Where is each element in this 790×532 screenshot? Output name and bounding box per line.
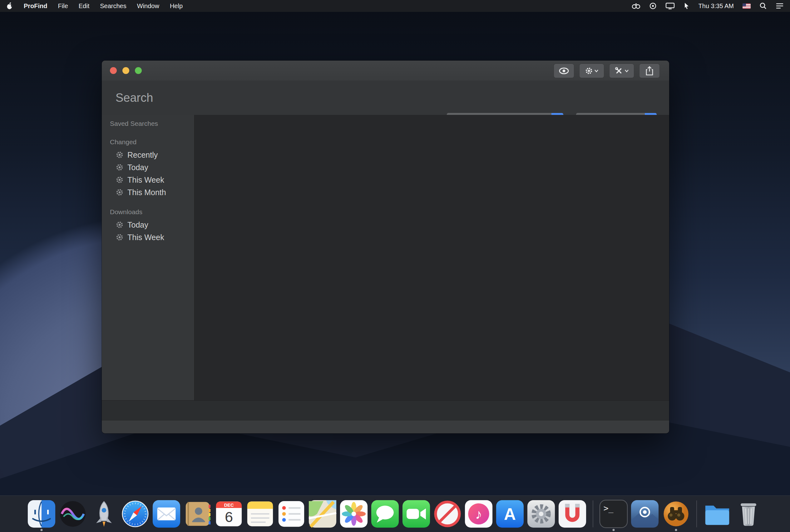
- search-header-row: Search in Home Add Criteria: [102, 80, 669, 115]
- dock-calendar[interactable]: DEC 6: [214, 499, 244, 529]
- mail-icon: [152, 499, 181, 529]
- dock-blocked-app[interactable]: [433, 499, 462, 529]
- saved-searches-header: Saved Searches: [102, 119, 194, 129]
- action-menu-button[interactable]: [579, 64, 604, 78]
- sidebar-item-label: This Month: [127, 188, 166, 197]
- close-button[interactable]: [110, 67, 117, 74]
- preview-toggle-button[interactable]: [553, 64, 574, 78]
- tools-menu-button[interactable]: [609, 64, 634, 78]
- menu-window[interactable]: Window: [137, 2, 159, 10]
- dock-itunes[interactable]: ♪: [464, 499, 493, 529]
- dock-system-preferences[interactable]: [526, 499, 556, 529]
- dock-screenshot-app[interactable]: [630, 499, 659, 529]
- profind-window: Search in Home Add Criteria Saved Search…: [102, 61, 669, 433]
- app-store-icon: A: [495, 499, 525, 529]
- sidebar-item-this-week-changed[interactable]: This Week: [102, 174, 194, 186]
- facetime-icon: [401, 499, 431, 529]
- dock-notes[interactable]: [245, 499, 275, 529]
- contacts-icon: [183, 499, 212, 529]
- status-circle-icon: [649, 2, 657, 10]
- apple-menu[interactable]: [6, 2, 13, 10]
- share-button[interactable]: [639, 64, 660, 78]
- menu-bar-status-area: Thu 3:35 AM: [632, 2, 784, 10]
- itunes-icon: ♪: [464, 499, 493, 529]
- terminal-icon: >_: [599, 499, 628, 529]
- sidebar-group-downloads: Downloads Today This Week: [102, 207, 194, 244]
- siri-icon: [58, 499, 88, 529]
- gear-icon: [115, 221, 124, 229]
- status-circle-menu-extra[interactable]: [649, 2, 657, 10]
- menu-clock[interactable]: Thu 3:35 AM: [698, 2, 734, 10]
- dock-safari[interactable]: [120, 499, 150, 529]
- search-icon: [759, 2, 767, 10]
- dock-contacts[interactable]: [183, 499, 212, 529]
- dock-magnet-app[interactable]: [558, 499, 587, 529]
- binoculars-menu-extra[interactable]: [632, 2, 640, 10]
- dock-photos[interactable]: [339, 499, 369, 529]
- dock-separator: [592, 500, 593, 527]
- list-icon: [776, 2, 784, 10]
- dock: DEC 6: [0, 495, 790, 532]
- dock-siri[interactable]: [58, 499, 88, 529]
- menu-edit[interactable]: Edit: [79, 2, 89, 10]
- group-label: Downloads: [102, 207, 194, 217]
- apple-logo-icon: [6, 2, 13, 10]
- system-preferences-gear-icon: [526, 499, 556, 529]
- notification-center-menu-extra[interactable]: [776, 2, 784, 10]
- dock-reminders[interactable]: [277, 499, 306, 529]
- dock-finder[interactable]: [27, 499, 56, 529]
- group-label: Changed: [102, 137, 194, 147]
- music-note-glyph: ♪: [475, 507, 482, 522]
- photos-icon: [339, 499, 369, 529]
- dock-launchpad[interactable]: [89, 499, 119, 529]
- tools-icon: [615, 66, 623, 75]
- dock-mail[interactable]: [152, 499, 181, 529]
- sidebar-item-recently[interactable]: Recently: [102, 149, 194, 161]
- input-source-menu-extra[interactable]: [742, 3, 751, 9]
- cursor-menu-extra[interactable]: [683, 2, 690, 10]
- dock-trash[interactable]: [734, 499, 763, 529]
- dock-terminal[interactable]: >_: [599, 499, 628, 529]
- menu-help[interactable]: Help: [170, 2, 183, 10]
- dock-profind[interactable]: [661, 499, 691, 529]
- menu-file[interactable]: File: [58, 2, 68, 10]
- sidebar-item-today-changed[interactable]: Today: [102, 161, 194, 174]
- folder-icon: [702, 499, 732, 529]
- binoculars-icon: [632, 2, 640, 10]
- sidebar-item-label: This Week: [127, 175, 164, 185]
- menu-searches[interactable]: Searches: [100, 2, 127, 10]
- sidebar-group-changed: Changed Recently Today: [102, 137, 194, 198]
- sidebar-item-this-week-downloads[interactable]: This Week: [102, 231, 194, 244]
- chevron-down-icon: [624, 69, 629, 72]
- sidebar-item-label: Today: [127, 163, 148, 172]
- share-icon: [645, 66, 654, 76]
- calendar-month: DEC: [224, 503, 234, 508]
- results-pane[interactable]: [194, 115, 669, 401]
- dock-maps[interactable]: [308, 499, 337, 529]
- dock-app-store[interactable]: A: [495, 499, 525, 529]
- calendar-icon: DEC 6: [214, 499, 244, 529]
- minimize-button[interactable]: [123, 67, 129, 74]
- us-flag-icon: [742, 3, 746, 6]
- gear-icon: [585, 67, 593, 75]
- dock-facetime[interactable]: [401, 499, 431, 529]
- terminal-prompt: >_: [604, 503, 614, 513]
- bottom-toolbar: [102, 400, 669, 420]
- zoom-button[interactable]: [135, 67, 142, 74]
- dock-downloads-folder[interactable]: [702, 499, 732, 529]
- profind-binoculars-icon: [661, 499, 691, 529]
- messages-icon: [370, 499, 400, 529]
- search-title: Search: [115, 91, 153, 104]
- window-body: Saved Searches Changed Recently Today: [102, 115, 669, 401]
- sidebar-item-this-month[interactable]: This Month: [102, 186, 194, 198]
- window-titlebar[interactable]: [102, 61, 669, 81]
- toolbar-buttons: [553, 64, 660, 78]
- traffic-lights: [110, 67, 142, 74]
- sidebar-item-today-downloads[interactable]: Today: [102, 218, 194, 231]
- dock-messages[interactable]: [370, 499, 400, 529]
- display-menu-extra[interactable]: [665, 2, 675, 10]
- calendar-day: 6: [225, 509, 233, 525]
- spotlight-menu-extra[interactable]: [759, 2, 767, 10]
- safari-icon: [120, 499, 150, 529]
- menu-app-name[interactable]: ProFind: [24, 2, 48, 10]
